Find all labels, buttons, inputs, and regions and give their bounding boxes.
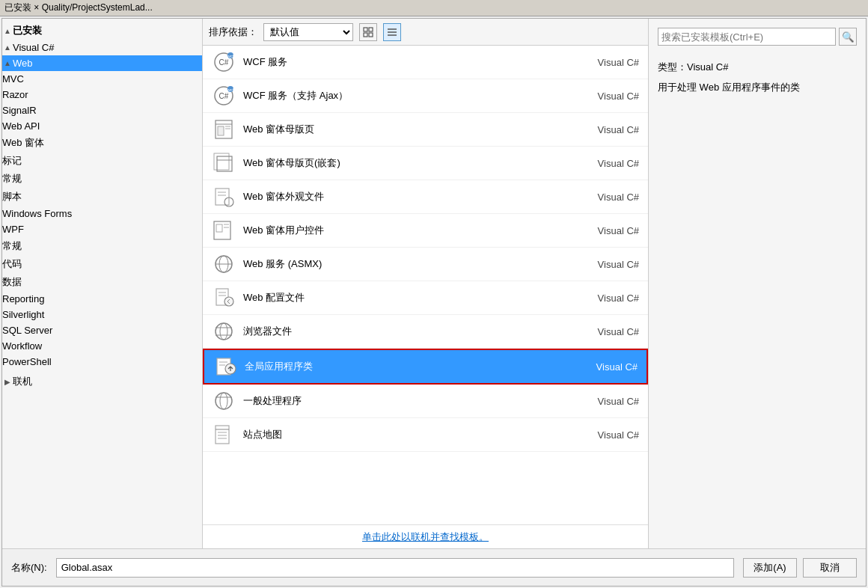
handler-type: Visual C#	[564, 396, 639, 407]
svg-rect-49	[216, 426, 229, 444]
add-button[interactable]: 添加(A)	[743, 558, 797, 578]
template-item-globalapp[interactable]: 全局应用程序类 Visual C#	[203, 349, 648, 385]
webform-nested-name: Web 窗体母版页(嵌套)	[243, 156, 564, 170]
sidebar-item-jiaoben[interactable]: 脚本	[2, 188, 202, 206]
name-input[interactable]	[56, 558, 734, 578]
webform-nested-type: Visual C#	[564, 158, 639, 169]
sidebar-installed-header[interactable]: ▲ 已安装	[2, 22, 202, 40]
webform-nested-icon	[212, 151, 236, 175]
cancel-button[interactable]: 取消	[803, 558, 857, 578]
template-item-browser[interactable]: 浏览器文件 Visual C#	[203, 315, 648, 349]
svg-rect-17	[218, 126, 224, 135]
list-view-button[interactable]	[383, 23, 401, 41]
sidebar-item-webwindow[interactable]: Web 窗体	[2, 134, 202, 152]
sidebar-item-online[interactable]: ▶ 联机	[2, 373, 202, 391]
webuserctrl-name: Web 窗体用户控件	[243, 224, 564, 237]
windowsforms-label: Windows Forms	[2, 208, 72, 219]
globalapp-name: 全局应用程序类	[245, 360, 563, 373]
template-item-wcf-ajax[interactable]: C# wcf WCF 服务（支持 Ajax） Visual C#	[203, 79, 648, 113]
search-button[interactable]: 🔍	[839, 28, 857, 46]
wcf-ajax-type: Visual C#	[564, 91, 639, 102]
sidebar-item-daima[interactable]: 代码	[2, 255, 202, 273]
svg-rect-21	[217, 156, 232, 171]
globalapp-type: Visual C#	[563, 361, 638, 373]
wpf-label: WPF	[2, 224, 24, 235]
sidebar-item-workflow[interactable]: Workflow	[2, 338, 202, 354]
grid-icon	[363, 27, 373, 37]
sidebar-item-wpf[interactable]: WPF	[2, 221, 202, 237]
webskin-icon	[212, 185, 236, 209]
list-icon	[387, 27, 397, 37]
jiaoben-label: 脚本	[2, 190, 22, 203]
online-link[interactable]: 单击此处以联机并查找模板。	[362, 530, 489, 544]
right-panel: 🔍 类型：Visual C# 用于处理 Web 应用程序事件的类	[649, 19, 866, 548]
wcf-type: Visual C#	[564, 57, 639, 68]
globalapp-icon	[213, 355, 237, 379]
top-bar: 已安装 × Quality/ProjectSystemLad...	[0, 0, 868, 16]
top-bar-text: 已安装 × Quality/ProjectSystemLad...	[4, 1, 153, 14]
webskin-type: Visual C#	[564, 192, 639, 203]
sidebar-item-web[interactable]: ▲ Web	[2, 55, 202, 71]
mvc-label: MVC	[2, 73, 24, 85]
sidebar-item-signalr[interactable]: SignalR	[2, 102, 202, 118]
asmx-icon	[212, 252, 236, 276]
webform-icon	[212, 117, 236, 141]
handler-name: 一般处理程序	[243, 394, 564, 408]
sidebar-item-mvc[interactable]: MVC	[2, 71, 202, 87]
sitemap-type: Visual C#	[564, 429, 639, 441]
installed-toggle: ▲	[2, 25, 13, 36]
webconfig-name: Web 配置文件	[243, 291, 564, 304]
sidebar-item-visual-csharp[interactable]: ▲ Visual C#	[2, 40, 202, 55]
webwindow-label: Web 窗体	[2, 136, 44, 150]
sidebar-item-changgui[interactable]: 常规	[2, 170, 202, 188]
template-item-webskin[interactable]: Web 窗体外观文件 Visual C#	[203, 180, 648, 214]
template-item-webform-nested[interactable]: Web 窗体母版页(嵌套) Visual C#	[203, 147, 648, 180]
search-icon: 🔍	[842, 31, 855, 43]
sidebar-item-sqlserver[interactable]: SQL Server	[2, 322, 202, 338]
svg-rect-3	[369, 33, 373, 37]
sort-label: 排序依据：	[209, 25, 257, 39]
template-item-webconfig[interactable]: Web 配置文件 Visual C#	[203, 281, 648, 315]
webuserctrl-icon	[212, 218, 236, 242]
svg-point-35	[224, 297, 233, 306]
sidebar-item-changgui2[interactable]: 常规	[2, 237, 202, 255]
daima-label: 代码	[2, 257, 22, 271]
sidebar-item-windowsforms[interactable]: Windows Forms	[2, 206, 202, 221]
sidebar-item-webapi[interactable]: Web API	[2, 118, 202, 134]
sidebar-item-razor[interactable]: Razor	[2, 87, 202, 102]
search-box: 🔍	[658, 28, 857, 46]
template-item-webform[interactable]: Web 窗体母版页 Visual C#	[203, 113, 648, 147]
changgui2-label: 常规	[2, 239, 22, 253]
svg-point-47	[220, 393, 227, 409]
webconfig-type: Visual C#	[564, 293, 639, 304]
svg-text:wcf: wcf	[227, 54, 234, 58]
bottom-bar: 名称(N): 添加(A) 取消	[2, 548, 866, 586]
dialog: ▲ 已安装 ▲ Visual C# ▲ Web MVC Razor Signal…	[1, 18, 867, 587]
search-input[interactable]	[658, 28, 836, 46]
template-item-wcf[interactable]: C# wcf WCF 服务 Visual C#	[203, 46, 648, 79]
template-item-webuserctrl[interactable]: Web 窗体用户控件 Visual C#	[203, 214, 648, 248]
template-item-handler[interactable]: 一般处理程序 Visual C#	[203, 385, 648, 418]
biaoji-label: 标记	[2, 154, 22, 168]
webconfig-icon	[212, 286, 236, 310]
sidebar-item-powershell[interactable]: PowerShell	[2, 354, 202, 370]
sidebar-item-silverlight[interactable]: Silverlight	[2, 307, 202, 322]
webskin-name: Web 窗体外观文件	[243, 190, 564, 203]
razor-label: Razor	[2, 89, 28, 100]
svg-point-38	[216, 323, 232, 340]
name-label: 名称(N):	[11, 561, 47, 575]
action-buttons: 添加(A) 取消	[743, 558, 857, 578]
browser-icon	[212, 319, 236, 343]
installed-label: 已安装	[13, 24, 42, 37]
sidebar-item-biaoji[interactable]: 标记	[2, 152, 202, 170]
template-item-sitemap[interactable]: 站点地图 Visual C#	[203, 418, 648, 452]
sidebar: ▲ 已安装 ▲ Visual C# ▲ Web MVC Razor Signal…	[2, 19, 203, 548]
wcf-ajax-icon: C# wcf	[212, 84, 236, 108]
grid-view-button[interactable]	[359, 23, 377, 41]
sidebar-item-shuju[interactable]: 数据	[2, 273, 202, 291]
svg-rect-20	[214, 153, 229, 170]
wcf-ajax-name: WCF 服务（支持 Ajax）	[243, 89, 564, 102]
sidebar-item-reporting[interactable]: Reporting	[2, 291, 202, 307]
sort-select[interactable]: 默认值 名称 类型	[263, 23, 353, 41]
template-item-asmx[interactable]: Web 服务 (ASMX) Visual C#	[203, 248, 648, 281]
